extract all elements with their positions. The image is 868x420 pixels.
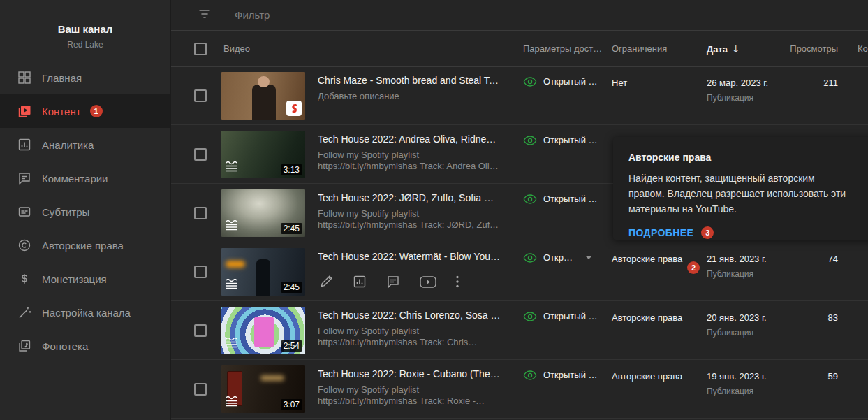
- tour-step-badge-2: 2: [687, 261, 700, 274]
- restrictions-cell[interactable]: Авторские права: [612, 371, 682, 382]
- video-thumbnail[interactable]: 2:45: [221, 248, 305, 296]
- channel-name: Red Lake: [0, 40, 170, 50]
- monetization-icon: [17, 272, 31, 286]
- column-header-date[interactable]: Дата↓: [707, 43, 740, 55]
- tooltip-link-row: ПОДРОБНЕЕ 3: [628, 226, 858, 239]
- date-type: Публикация: [707, 328, 767, 338]
- date-type: Публикация: [707, 386, 767, 396]
- filter-bar[interactable]: Фильтр: [171, 0, 868, 31]
- filter-placeholder: Фильтр: [235, 9, 270, 21]
- video-title[interactable]: Tech House 2022: Chris Lorenzo, Sosa UK,…: [318, 310, 501, 321]
- row-checkbox[interactable]: [194, 324, 207, 337]
- youtube-studio-content-page: Ваш канал Red Lake Главная Контент: [0, 0, 868, 420]
- video-description: Follow my Spotify playlist: [318, 208, 501, 219]
- video-description: https://bit.ly/hmbymishas Track: JØRD, Z…: [318, 219, 501, 231]
- video-thumbnail[interactable]: 3:07: [221, 365, 305, 413]
- sidebar-item-analytics[interactable]: Аналитика: [0, 128, 170, 161]
- sidebar-item-label: Авторские права: [42, 240, 124, 252]
- column-header-video[interactable]: Видео: [223, 43, 250, 54]
- row-checkbox[interactable]: [194, 89, 207, 102]
- kebab-menu-icon[interactable]: [456, 275, 459, 288]
- sidebar-item-audio-library[interactable]: Фонотека: [0, 329, 170, 363]
- comments-icon[interactable]: [386, 275, 400, 289]
- copyright-tooltip: Авторские права Найден контент, защищенн…: [613, 137, 868, 240]
- row-checkbox[interactable]: [194, 266, 207, 278]
- sidebar-item-label: Субтитры: [42, 206, 89, 218]
- column-header-restrictions[interactable]: Ограничения: [612, 43, 667, 54]
- video-description: Follow my Spotify playlist: [318, 326, 501, 337]
- sidebar-item-copyright[interactable]: Авторские права: [0, 229, 170, 262]
- views-cell: 83: [772, 312, 838, 323]
- visibility-cell[interactable]: Открытый …: [523, 194, 598, 204]
- restrictions-cell[interactable]: Авторские права: [612, 312, 682, 323]
- visibility-public-icon: [523, 194, 537, 204]
- video-title[interactable]: Tech House 2022: Andrea Oliva, Ridney - …: [318, 133, 501, 145]
- video-meta: Tech House 2022: Chris Lorenzo, Sosa UK,…: [318, 310, 501, 348]
- visibility-cell[interactable]: Открытый …: [523, 76, 598, 87]
- analytics-icon[interactable]: [353, 275, 367, 289]
- video-description: https://bit.ly/hmbymishas Track: Andrea …: [318, 161, 501, 172]
- analytics-icon: [17, 138, 31, 152]
- thumbnail-figure: [254, 317, 274, 347]
- date-cell: 20 янв. 2023 г. Публикация: [707, 312, 767, 338]
- column-header-comments[interactable]: Ком: [858, 43, 868, 54]
- video-meta: Tech House 2022: Roxie - Cubano (The My……: [318, 368, 501, 407]
- date-value: 26 мар. 2023 г.: [707, 78, 768, 88]
- restrictions-cell[interactable]: Авторские права: [612, 254, 682, 264]
- see-details-link[interactable]: ПОДРОБНЕЕ: [628, 227, 693, 238]
- date-value: 20 янв. 2023 г.: [707, 312, 767, 323]
- watch-on-youtube-icon[interactable]: [420, 276, 436, 288]
- column-header-views[interactable]: Просмотры: [772, 43, 838, 54]
- video-thumbnail[interactable]: [221, 72, 305, 120]
- date-value: 19 янв. 2023 г.: [707, 371, 767, 382]
- channel-logo-badge: [286, 101, 302, 116]
- visibility-label: Открытый …: [543, 311, 598, 321]
- audio-waves-icon: [225, 277, 240, 293]
- audio-library-icon: [17, 339, 31, 353]
- video-title[interactable]: Tech House 2022: Roxie - Cubano (The My…: [318, 368, 501, 379]
- audio-waves-icon: [225, 160, 240, 175]
- row-checkbox[interactable]: [194, 383, 207, 396]
- visibility-cell[interactable]: Открытый …: [523, 311, 598, 321]
- row-checkbox[interactable]: [194, 207, 207, 219]
- sidebar-item-comments[interactable]: Комментарии: [0, 161, 170, 195]
- tour-step-badge-3: 3: [701, 226, 714, 239]
- filter-icon: [198, 8, 212, 23]
- sidebar-item-monetization[interactable]: Монетизация: [0, 262, 170, 296]
- visibility-label: Открытый …: [543, 76, 598, 87]
- table-row: Chris Maze - Smooth bread and Steal Tape…: [171, 66, 868, 125]
- video-title[interactable]: Tech House 2022: Watermät - Blow Your M…: [318, 251, 501, 262]
- video-thumbnail[interactable]: 2:45: [221, 189, 305, 237]
- sidebar-item-customization[interactable]: Настройка канала: [0, 296, 170, 329]
- visibility-label: Открытый …: [543, 194, 598, 204]
- visibility-cell[interactable]: Откр…: [523, 252, 592, 263]
- sidebar-item-label: Монетизация: [42, 273, 107, 285]
- thumbnail-light: [260, 375, 284, 381]
- video-thumbnail[interactable]: 2:54: [221, 307, 305, 354]
- video-thumbnail[interactable]: 3:13: [221, 131, 305, 178]
- select-all-checkbox[interactable]: [194, 43, 207, 55]
- visibility-label: Открытый …: [543, 135, 598, 145]
- visibility-cell[interactable]: Открытый …: [523, 370, 598, 380]
- video-meta: Chris Maze - Smooth bread and Steal Tape…: [318, 75, 501, 102]
- visibility-public-icon: [523, 77, 537, 87]
- video-title[interactable]: Tech House 2022: JØRD, Zuffo, Sofia Gayo…: [318, 192, 501, 203]
- visibility-public-icon: [523, 370, 537, 380]
- visibility-dropdown-icon[interactable]: [585, 256, 592, 259]
- dashboard-icon: [17, 71, 31, 85]
- edit-pencil-icon[interactable]: [319, 275, 333, 289]
- sidebar-item-label: Контент: [42, 106, 81, 117]
- column-header-visibility[interactable]: Параметры дост…: [523, 43, 602, 54]
- comments-icon: [17, 171, 31, 185]
- video-title[interactable]: Chris Maze - Smooth bread and Steal Tape…: [318, 75, 501, 86]
- sidebar-item-content[interactable]: Контент 1: [0, 94, 170, 128]
- row-checkbox[interactable]: [194, 148, 207, 161]
- date-value: 21 янв. 2023 г.: [707, 254, 767, 264]
- sidebar-item-subtitles[interactable]: Субтитры: [0, 195, 170, 229]
- sidebar-item-dashboard[interactable]: Главная: [0, 61, 170, 94]
- video-description: Follow my Spotify playlist: [318, 384, 501, 396]
- visibility-label: Открытый …: [543, 370, 598, 380]
- visibility-cell[interactable]: Открытый …: [523, 135, 598, 145]
- sidebar-item-label: Главная: [42, 72, 82, 84]
- video-description: Follow my Spotify playlist: [318, 150, 501, 161]
